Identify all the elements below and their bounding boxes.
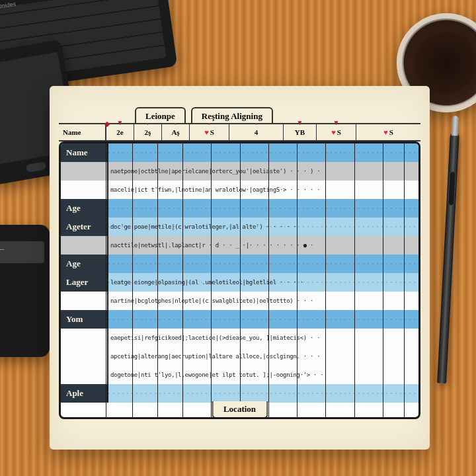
header-c6: YB <box>284 124 317 140</box>
row-data: nartine|bcglotphes|nloptle|(c swalgblite… <box>108 292 418 310</box>
column-guide <box>132 143 133 417</box>
row-data: nacttile|netwstl|.laplanct|r · d · · _ ·… <box>108 236 418 255</box>
row-label <box>61 366 108 384</box>
header-c2: 2ş <box>134 124 162 140</box>
phone-device <box>0 225 50 357</box>
header-c7: S <box>317 124 356 140</box>
column-guide <box>157 143 158 417</box>
header-c5: 4 <box>229 124 284 140</box>
row-data: dogetone|nti t'lyo,|l,ewogone|et ilpt to… <box>108 366 418 384</box>
header-c1: 2e <box>106 124 134 140</box>
row-label <box>61 347 108 366</box>
column-guide <box>383 143 383 417</box>
column-guide <box>182 143 183 417</box>
row-label: Age <box>61 255 108 273</box>
column-guide <box>354 143 355 417</box>
row-label: Aple <box>61 384 108 403</box>
header-c4: S <box>190 124 229 140</box>
row-label <box>61 236 108 255</box>
row-data: macelie|ict t'fiwn,|lnotine|an wralotlow… <box>108 180 418 199</box>
location-tab[interactable]: Location <box>212 401 268 418</box>
column-guide <box>106 143 106 417</box>
header-c8: S <box>356 124 420 140</box>
top-tab-row: Leionpe Reşting Aligning <box>59 98 420 123</box>
row-data: apcetiag|alterang|aecruption|laltare all… <box>108 347 418 366</box>
row-data: eaepetisi|refgicikoed|;lacetice|(>diease… <box>108 329 418 347</box>
row-label <box>61 292 108 310</box>
data-table: Namenaetpone|octbtlne|aperielcane|orterc… <box>59 141 420 419</box>
row-label <box>61 162 108 180</box>
row-label: Lager <box>61 273 108 292</box>
tab-left[interactable]: Leionpe <box>135 107 186 123</box>
row-label <box>61 329 108 347</box>
column-guide <box>404 143 405 417</box>
row-label: Age <box>61 199 108 218</box>
column-guide <box>297 143 298 417</box>
header-name: Name <box>59 124 106 140</box>
column-guide <box>240 143 241 417</box>
column-guide <box>211 143 212 417</box>
row-label: Name <box>61 143 108 162</box>
row-label: Ageter <box>61 218 108 236</box>
header-row: Name 2e 2ş Aş S 4 YB S S <box>59 123 420 141</box>
row-label: Yom <box>61 310 108 329</box>
column-guide <box>268 143 269 417</box>
column-guide <box>325 143 326 417</box>
row-data: naetpone|octbtlne|aperielcane|orterc_you… <box>108 162 418 180</box>
header-c3: Aş <box>162 124 190 140</box>
paper-sheet: Leionpe Reşting Aligning Name 2e 2ş Aş S… <box>50 86 430 450</box>
tab-right[interactable]: Reşting Aligning <box>191 107 273 123</box>
row-label <box>61 180 108 199</box>
